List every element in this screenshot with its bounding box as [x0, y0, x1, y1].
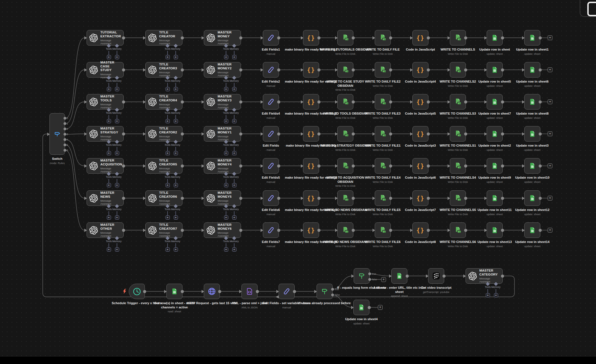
add-tools-button[interactable]: +: [166, 215, 170, 220]
node-get-video-transcript[interactable]: [428, 268, 444, 284]
input-port[interactable]: [143, 36, 146, 40]
output-port[interactable]: [122, 68, 125, 71]
node-master-category[interactable]: MASTER CATEGORYMessage Assistant: [466, 268, 503, 284]
add-memory-button[interactable]: +: [232, 87, 236, 91]
node-write-to-channels5[interactable]: [450, 190, 466, 206]
output-port[interactable]: [239, 164, 242, 167]
add-tools-button[interactable]: +: [166, 247, 170, 252]
input-port[interactable]: [301, 197, 303, 200]
output-port[interactable]: [501, 229, 504, 232]
input-port[interactable]: [484, 100, 487, 104]
add-tools-button[interactable]: +: [107, 151, 111, 155]
output-port[interactable]: [389, 100, 392, 103]
node-master-acquisition[interactable]: MASTER ACQUISITIONMessage Assistant: [87, 158, 124, 174]
add-memory-button[interactable]: +: [115, 119, 119, 123]
input-port[interactable]: [84, 132, 87, 136]
output-port[interactable]: [539, 100, 542, 103]
input-port[interactable]: [522, 164, 525, 168]
output-port[interactable]: [317, 132, 320, 135]
node-write-to-news-obsidian1[interactable]: [337, 222, 353, 238]
node-title-creator5[interactable]: TITLE CREATOR5Message Assistant: [145, 158, 182, 174]
node-master-money6[interactable]: MASTER MONEY6Message Assistant: [204, 222, 241, 238]
add-memory-button[interactable]: +: [174, 87, 178, 91]
input-port[interactable]: [410, 68, 413, 72]
input-port[interactable]: [202, 36, 204, 40]
output-port[interactable]: [443, 274, 446, 277]
output-port[interactable]: [122, 132, 125, 135]
switch-output-port-5[interactable]: [64, 144, 66, 146]
node-add-row-enter-url-title-etc-in-to-sheet[interactable]: [391, 268, 407, 284]
add-tools-button[interactable]: +: [224, 55, 228, 59]
add-memory-button[interactable]: +: [232, 151, 236, 155]
input-port[interactable]: [448, 229, 450, 232]
input-port[interactable]: [143, 197, 146, 200]
output-port[interactable]: [239, 197, 242, 200]
input-port[interactable]: [484, 36, 487, 40]
node-make-binary-file-ready-for-writing3[interactable]: {}: [303, 94, 319, 110]
input-port[interactable]: [301, 36, 303, 40]
workflow-canvas[interactable]: TUTORIAL EXTRACTORMessage AssistantTools…: [0, 0, 596, 364]
node-title-creator7[interactable]: TITLE CREATOR7Message Assistant: [145, 222, 182, 238]
input-port[interactable]: [522, 229, 525, 232]
input-port[interactable]: [448, 36, 450, 40]
node-code-in-javascript7[interactable]: {}: [412, 190, 428, 206]
input-port[interactable]: [522, 100, 525, 104]
node-edit-fields4[interactable]: [263, 94, 279, 110]
node-master-money2[interactable]: MASTER MONEY2Message Assistant: [204, 62, 241, 78]
output-port[interactable]: [464, 164, 467, 167]
output-port[interactable]: [181, 100, 184, 103]
input-port[interactable]: [372, 100, 375, 104]
output-port[interactable]: [317, 68, 320, 71]
output-port[interactable]: [317, 229, 320, 232]
node-update-row-in-sheet3[interactable]: [524, 126, 540, 142]
output-port[interactable]: [539, 229, 542, 232]
node-edit-fields[interactable]: [263, 126, 279, 142]
output-port[interactable]: [317, 100, 320, 103]
node-switch[interactable]: [49, 113, 65, 155]
input-port[interactable]: [164, 290, 167, 293]
output-port[interactable]: [352, 100, 355, 103]
input-port[interactable]: [484, 197, 487, 200]
input-port[interactable]: [389, 274, 392, 278]
output-port[interactable]: [464, 36, 467, 39]
output-port[interactable]: [539, 132, 542, 135]
output-port[interactable]: [427, 132, 430, 135]
input-port[interactable]: [372, 36, 375, 40]
node-http-request-gets-last-15-vids[interactable]: [204, 284, 220, 299]
output-port[interactable]: [218, 290, 221, 293]
input-port[interactable]: [202, 68, 204, 72]
output-port[interactable]: [389, 229, 392, 232]
output-port[interactable]: [181, 164, 184, 167]
add-memory-button[interactable]: +: [232, 247, 236, 252]
output-port[interactable]: [539, 36, 542, 39]
input-port[interactable]: [261, 197, 263, 200]
node-edit-fields7[interactable]: [263, 222, 279, 238]
node-code-in-javascript[interactable]: {}: [412, 30, 428, 46]
input-port[interactable]: [372, 197, 375, 200]
output-port[interactable]: [181, 36, 184, 39]
add-node-endpoint[interactable]: +: [381, 277, 386, 282]
input-port[interactable]: [301, 100, 303, 104]
add-tools-button[interactable]: +: [224, 151, 228, 155]
node-master-money3[interactable]: MASTER MONEY3Message Assistant: [204, 94, 241, 110]
input-port[interactable]: [143, 100, 146, 104]
add-tools-button[interactable]: +: [166, 183, 170, 187]
add-memory-button[interactable]: +: [174, 247, 178, 252]
input-port[interactable]: [239, 290, 242, 293]
node-edit-fields6[interactable]: [263, 190, 279, 206]
output-port[interactable]: [427, 197, 430, 200]
output-port[interactable]: [501, 197, 504, 200]
node-master-news[interactable]: MASTER NEWSMessage Assistant: [87, 190, 124, 206]
node-update-row-in-sheet8[interactable]: [524, 94, 540, 110]
add-memory-button[interactable]: +: [174, 215, 178, 220]
input-port[interactable]: [410, 36, 413, 40]
node-write-to-case-study-obsidian[interactable]: [337, 62, 353, 78]
switch-output-port-1[interactable]: [64, 122, 66, 125]
add-memory-button[interactable]: +: [232, 55, 236, 59]
add-tools-button[interactable]: +: [107, 119, 111, 123]
input-port[interactable]: [314, 290, 317, 293]
node-update-row-in-sheet2[interactable]: [487, 126, 503, 142]
input-port[interactable]: [372, 132, 375, 136]
node-title-creator[interactable]: TITLE CREATORMessage Assistant: [145, 30, 182, 46]
node-write-to-acquisition-obsidian[interactable]: [337, 158, 353, 174]
